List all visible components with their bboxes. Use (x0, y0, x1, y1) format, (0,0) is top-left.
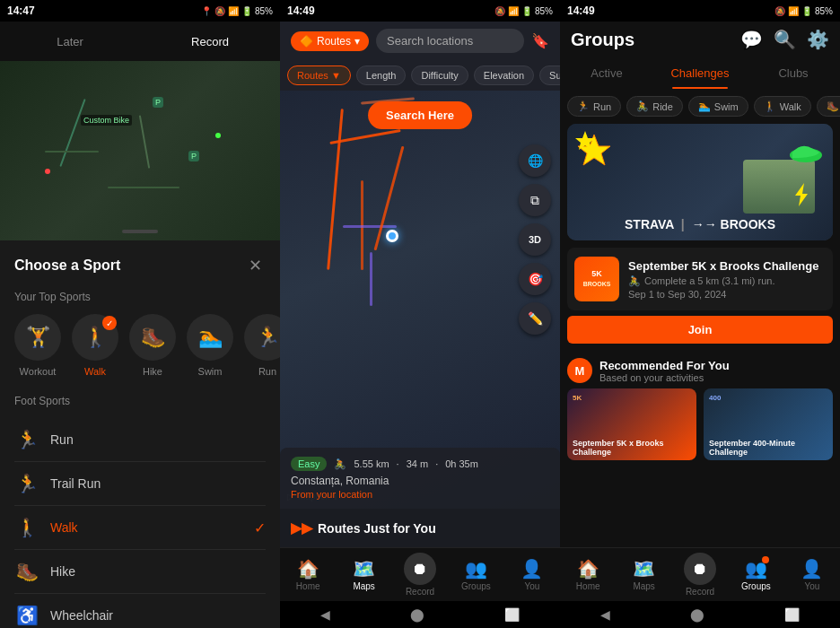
list-item-trail-run[interactable]: 🏃 Trail Run (14, 462, 266, 506)
sheet-title: Choose a Sport (14, 257, 120, 274)
recents-button-3[interactable]: ⬜ (784, 607, 800, 622)
sport-hike-top[interactable]: 🥾 Hike (129, 314, 176, 377)
september-5k-challenge[interactable]: 5K BROOKS September 5K x Brooks Challeng… (567, 248, 833, 310)
filter-run-chip[interactable]: 🏃 Run (567, 96, 621, 117)
p2-nav-groups[interactable]: 👥 Groups (448, 558, 503, 591)
map-fab-edit[interactable]: ✏️ (519, 302, 551, 335)
groups-label-3: Groups (741, 581, 771, 591)
sport-walk-circle: 🚶 ✓ (72, 314, 118, 361)
challenge-banner[interactable]: STRAVA | →→ BROOKS (567, 124, 833, 240)
sport-swim-circle: 🏊 (187, 314, 233, 361)
p2-nav-home[interactable]: 🏠 Home (280, 558, 336, 591)
map-fab-3d[interactable]: 3D (519, 223, 551, 256)
list-item-run[interactable]: 🏃 Run (14, 418, 266, 462)
svg-marker-2 (795, 183, 808, 206)
sport-workout-label: Workout (20, 366, 57, 377)
tab-active[interactable]: Active (560, 57, 653, 89)
map-fab-layers[interactable]: ⧉ (519, 184, 551, 216)
map-fab-location[interactable]: 🎯 (519, 263, 551, 295)
sport-run-top[interactable]: 🏃 Run (244, 314, 280, 377)
maps-label-3: Maps (633, 581, 654, 591)
list-item-wheelchair[interactable]: ♿ Wheelchair (14, 594, 266, 628)
home-label-2: Home (296, 581, 320, 591)
filter-routes[interactable]: Routes ▼ (287, 65, 351, 85)
back-button-3[interactable]: ◀ (600, 607, 610, 622)
challenge-meta: 🚴 Complete a 5 km (3.1 mi) run. (628, 275, 826, 287)
home-button-2[interactable]: ⬤ (410, 607, 424, 622)
list-item-walk[interactable]: 🚶 Walk ✓ (14, 506, 266, 550)
route-card-header: Easy 🚴 5.55 km · 34 m · 0h 35m (291, 457, 549, 471)
tab-later[interactable]: Later (0, 22, 140, 61)
tab-clubs[interactable]: Clubs (747, 57, 840, 89)
you-icon-3: 👤 (801, 558, 823, 580)
p2-bottom-nav: 🏠 Home 🗺️ Maps ⏺ Record 👥 Groups 👤 You (280, 547, 560, 601)
filter-ride-chip[interactable]: 🚴 Ride (626, 96, 683, 117)
foot-sports-section: Foot Sports 🏃 Run 🏃 Trail Run 🚶 Walk ✓ 🥾… (14, 395, 266, 628)
p2-nav-you[interactable]: 👤 You (504, 558, 560, 591)
home-button-3[interactable]: ⬤ (690, 607, 704, 622)
p3-nav-maps[interactable]: 🗺️ Maps (616, 558, 671, 591)
p3-header: Groups 💬 🔍 ⚙️ (560, 22, 840, 57)
routes-arrow-icon: ▶▶ (291, 519, 312, 536)
p3-sport-filters: 🏃 Run 🚴 Ride 🏊 Swim 🚶 Walk 🥾 Hike (560, 89, 840, 124)
home-icon-3: 🏠 (577, 558, 599, 580)
filter-surface[interactable]: Surface (539, 65, 560, 85)
walk-icon: 🚶 (14, 517, 39, 538)
filter-swim-chip[interactable]: 🏊 Swim (688, 96, 748, 117)
you-label-2: You (524, 581, 539, 591)
settings-icon[interactable]: ⚙️ (807, 29, 829, 50)
recommended-subtitle: Based on your activities (599, 372, 730, 383)
sport-run-circle: 🏃 (244, 314, 280, 361)
bookmark-icon[interactable]: 🔖 (531, 32, 549, 49)
sport-swim-top[interactable]: 🏊 Swim (187, 314, 233, 377)
p3-nav-record[interactable]: ⏺ Record (672, 553, 728, 597)
walk-checkmark: ✓ (254, 519, 266, 536)
filter-walk-chip[interactable]: 🚶 Walk (754, 96, 811, 117)
p1-map-preview: Custom Bike P P (0, 61, 280, 240)
filter-difficulty[interactable]: Difficulty (411, 65, 468, 85)
recents-button-2[interactable]: ⬜ (504, 607, 520, 622)
record-label-2: Record (406, 587, 434, 597)
groups-label-2: Groups (461, 581, 491, 591)
p3-nav-home[interactable]: 🏠 Home (560, 558, 616, 591)
challenge-info: September 5K x Brooks Challenge 🚴 Comple… (628, 259, 826, 300)
sport-walk-top[interactable]: 🚶 ✓ Walk (72, 314, 118, 377)
banner-background: STRAVA | →→ BROOKS (567, 124, 833, 240)
search-icon[interactable]: 🔍 (774, 29, 796, 50)
route-from-location[interactable]: From your location (291, 489, 549, 500)
filter-hike-chip[interactable]: 🥾 Hike (817, 96, 840, 117)
p2-nav-maps[interactable]: 🗺️ Maps (336, 558, 391, 591)
filter-elevation[interactable]: Elevation (474, 65, 534, 85)
routes-filter-button[interactable]: 🔶 Routes ▾ (291, 31, 369, 51)
difficulty-badge: Easy (291, 457, 327, 471)
status-icons-2: 🔕 📶 🔋 85% (494, 6, 553, 16)
chat-icon[interactable]: 💬 (740, 29, 763, 50)
tab-record[interactable]: Record (140, 22, 280, 61)
status-icons-3: 🔕 📶 🔋 85% (774, 6, 833, 16)
p2-nav-record[interactable]: ⏺ Record (392, 553, 448, 597)
join-challenge-button[interactable]: Join (567, 316, 833, 344)
back-button-2[interactable]: ◀ (320, 607, 330, 622)
list-item-hike[interactable]: 🥾 Hike (14, 550, 266, 594)
p3-nav-groups[interactable]: 👥 Groups (728, 558, 783, 591)
filter-length[interactable]: Length (356, 65, 407, 85)
p3-nav-you[interactable]: 👤 You (784, 558, 840, 591)
rec-card-2[interactable]: 400 September 400-MinuteChallenge (704, 388, 833, 460)
route-stats: 🚴 5.55 km · 34 m · 0h 35m (334, 458, 477, 470)
record-icon-2: ⏺ (404, 553, 436, 585)
record-label-3: Record (686, 587, 714, 597)
time-2: 14:49 (287, 4, 315, 17)
rec-card-2-label: September 400-MinuteChallenge (709, 439, 795, 457)
hike-label: Hike (50, 564, 266, 579)
tab-challenges[interactable]: Challenges (653, 57, 747, 89)
map-fab-globe[interactable]: 🌐 (519, 144, 551, 177)
banner-shoe-sticker (788, 133, 824, 176)
top-sports-label: Your Top Sports (14, 291, 266, 303)
rec-card-1[interactable]: 5K September 5K x BrooksChallenge (567, 388, 696, 460)
close-sheet-button[interactable]: ✕ (244, 255, 266, 276)
search-here-button[interactable]: Search Here (368, 101, 472, 129)
p2-map[interactable]: Search Here 🌐 ⧉ 3D 🎯 ✏️ ▷ mapbox ℹ Easy … (280, 91, 560, 509)
search-bar[interactable]: Search locations (376, 29, 524, 53)
maps-icon-3: 🗺️ (633, 558, 655, 580)
sport-workout[interactable]: 🏋️ Workout (14, 314, 61, 377)
